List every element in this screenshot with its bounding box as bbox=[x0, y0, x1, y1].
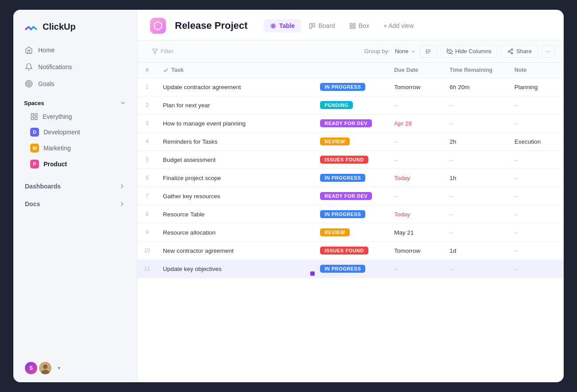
time-remaining-value: – bbox=[450, 102, 453, 109]
tab-board[interactable]: Board bbox=[303, 19, 341, 32]
filter-button[interactable]: Filter bbox=[146, 45, 179, 57]
svg-rect-5 bbox=[31, 118, 33, 120]
project-title: Release Project bbox=[175, 20, 248, 31]
marketing-avatar: M bbox=[30, 144, 39, 153]
time-remaining-value: 1h bbox=[450, 175, 456, 181]
task-cell[interactable]: Resource allocation bbox=[157, 223, 314, 242]
sidebar-item-dashboards[interactable]: Dashboards bbox=[19, 177, 132, 195]
task-cell[interactable]: Update key objectives bbox=[157, 260, 314, 278]
groupby-value[interactable]: None bbox=[395, 48, 408, 55]
note-cell: – bbox=[508, 169, 564, 187]
task-cell[interactable]: Resource Table bbox=[157, 205, 314, 223]
table-row[interactable]: 2 Plan for next year PENDING – – – bbox=[138, 96, 564, 114]
svg-point-8 bbox=[43, 365, 47, 369]
table-row[interactable]: 6 Finalize project scope IN PROGRESS Tod… bbox=[138, 169, 564, 187]
sidebar-item-notifications[interactable]: Notifications bbox=[19, 59, 132, 75]
sidebar-item-development[interactable]: D Development bbox=[24, 124, 126, 140]
col-due: Due Date bbox=[388, 63, 443, 78]
time-remaining-cell: – bbox=[443, 114, 508, 133]
table-row[interactable]: 1 Update contractor agreement IN PROGRES… bbox=[138, 78, 564, 96]
notifications-label: Notifications bbox=[38, 63, 72, 71]
footer-chevron[interactable]: ▾ bbox=[58, 365, 60, 371]
status-cell[interactable]: READY FOR DEV bbox=[314, 187, 388, 205]
row-num: 5 bbox=[138, 151, 157, 169]
status-cell[interactable]: REVIEW bbox=[314, 133, 388, 151]
goals-icon bbox=[25, 80, 33, 88]
due-date-value: – bbox=[394, 193, 398, 200]
table-row[interactable]: 10 New contractor agreement ISSUES FOUND… bbox=[138, 242, 564, 260]
svg-line-26 bbox=[510, 50, 511, 51]
task-cell[interactable]: Budget assessment bbox=[157, 151, 314, 169]
product-avatar: P bbox=[30, 160, 39, 169]
note-value: – bbox=[514, 211, 518, 218]
note-value: – bbox=[514, 157, 518, 163]
task-name: Resource allocation bbox=[163, 229, 216, 236]
table-row[interactable]: 8 Resource Table IN PROGRESS Today – – bbox=[138, 205, 564, 223]
task-table: # Task Due Date Time Remaining bbox=[138, 63, 564, 278]
time-remaining-cell: 1d bbox=[443, 242, 508, 260]
everything-label: Everything bbox=[43, 113, 72, 120]
task-cell[interactable]: How to manage event planning bbox=[157, 114, 314, 133]
share-button[interactable]: Share bbox=[501, 45, 538, 58]
due-date-value: Today bbox=[394, 211, 410, 218]
task-cell[interactable]: New contractor agreement bbox=[157, 242, 314, 260]
tab-table[interactable]: Table bbox=[264, 19, 301, 32]
status-cell[interactable]: ISSUES FOUND bbox=[314, 242, 388, 260]
hide-columns-button[interactable]: Hide Columns bbox=[441, 45, 498, 58]
marketing-label: Marketing bbox=[43, 145, 71, 152]
sidebar-item-product[interactable]: P Product bbox=[24, 156, 126, 172]
svg-rect-10 bbox=[271, 23, 276, 28]
status-cell[interactable]: IN PROGRESS bbox=[314, 205, 388, 223]
svg-rect-6 bbox=[35, 118, 37, 120]
task-cell[interactable]: Finalize project scope bbox=[157, 169, 314, 187]
add-view-button[interactable]: + Add view bbox=[377, 19, 420, 32]
svg-rect-12 bbox=[313, 23, 315, 27]
sidebar-item-goals[interactable]: Goals bbox=[19, 75, 132, 92]
more-options-button[interactable]: ··· bbox=[542, 45, 555, 58]
sidebar-item-marketing[interactable]: M Marketing bbox=[24, 140, 126, 156]
spaces-header[interactable]: Spaces bbox=[24, 99, 126, 106]
task-cell[interactable]: Plan for next year bbox=[157, 96, 314, 114]
due-date-cell: Tomorrow bbox=[388, 78, 443, 96]
bell-icon bbox=[25, 63, 33, 71]
table-row[interactable]: 4 Reminders for Tasks REVIEW – 2h Execut… bbox=[138, 133, 564, 151]
sidebar-item-everything[interactable]: Everything bbox=[24, 109, 126, 124]
table-row[interactable]: 5 Budget assessment ISSUES FOUND – – – bbox=[138, 151, 564, 169]
table-row[interactable]: 9 Resource allocation REVIEW May 21 – – bbox=[138, 223, 564, 242]
status-cell[interactable]: ISSUES FOUND bbox=[314, 151, 388, 169]
spaces-label: Spaces bbox=[24, 100, 44, 106]
status-cell[interactable]: IN PROGRESS bbox=[314, 78, 388, 96]
due-date-value: Tomorrow bbox=[394, 84, 420, 90]
home-label: Home bbox=[38, 47, 55, 54]
sort-button[interactable] bbox=[419, 45, 437, 58]
status-cell[interactable]: REVIEW bbox=[314, 223, 388, 242]
task-name: Update contractor agreement bbox=[163, 84, 241, 90]
time-remaining-value: 1d bbox=[450, 247, 456, 254]
status-cell[interactable]: READY FOR DEV bbox=[314, 114, 388, 133]
note-cell: – bbox=[508, 114, 564, 133]
note-value: – bbox=[514, 193, 518, 200]
home-icon bbox=[25, 46, 33, 54]
table-row[interactable]: 3 How to manage event planning READY FOR… bbox=[138, 114, 564, 133]
resize-handle[interactable] bbox=[310, 271, 315, 276]
table-body: 1 Update contractor agreement IN PROGRES… bbox=[138, 78, 564, 278]
chevron-right-icon bbox=[119, 183, 126, 190]
due-date-value: Apr 28 bbox=[394, 120, 412, 127]
task-cell[interactable]: Update contractor agreement bbox=[157, 78, 314, 96]
sidebar-item-docs[interactable]: Docs bbox=[19, 195, 132, 213]
due-date-value: Tomorrow bbox=[394, 247, 420, 254]
due-date-value: May 21 bbox=[394, 229, 414, 236]
task-cell[interactable]: Gather key resources bbox=[157, 187, 314, 205]
status-cell[interactable]: IN PROGRESS bbox=[314, 169, 388, 187]
note-cell: – bbox=[508, 242, 564, 260]
sidebar-item-home[interactable]: Home bbox=[19, 42, 132, 59]
table-row[interactable]: 11 Update key objectives IN PROGRESS – –… bbox=[138, 260, 564, 278]
svg-line-25 bbox=[510, 51, 511, 52]
status-cell[interactable]: PENDING bbox=[314, 96, 388, 114]
status-cell[interactable]: IN PROGRESS bbox=[314, 260, 388, 278]
table-row[interactable]: 7 Gather key resources READY FOR DEV – –… bbox=[138, 187, 564, 205]
tab-box[interactable]: Box bbox=[343, 19, 375, 32]
status-badge: IN PROGRESS bbox=[320, 210, 365, 218]
task-cell[interactable]: Reminders for Tasks bbox=[157, 133, 314, 151]
time-remaining-value: 6h 20m bbox=[450, 84, 470, 90]
